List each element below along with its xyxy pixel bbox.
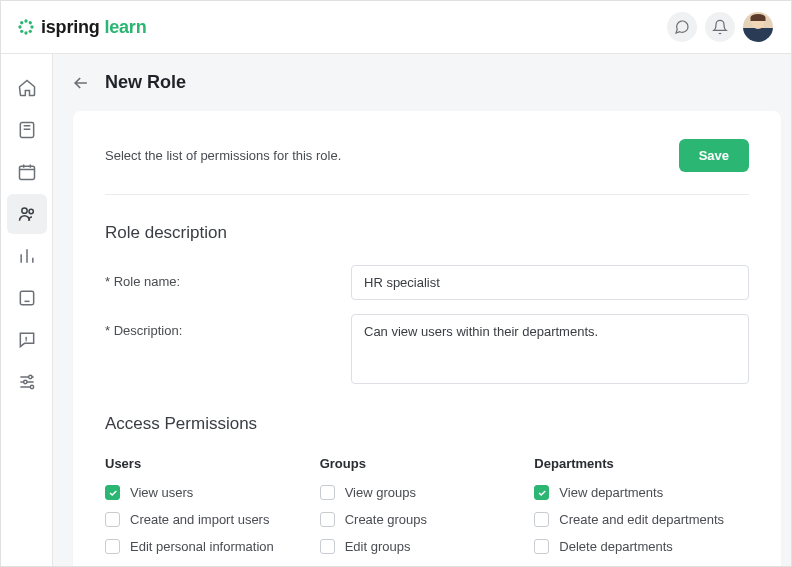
bar-chart-icon bbox=[17, 246, 37, 266]
perm-label: View groups bbox=[345, 485, 416, 500]
description-textarea[interactable] bbox=[351, 314, 749, 384]
sidebar bbox=[1, 54, 53, 566]
brand[interactable]: ispring learn bbox=[17, 17, 146, 38]
checkbox-checked-icon bbox=[105, 485, 120, 500]
perm-item[interactable]: Edit personal information bbox=[105, 539, 320, 554]
svg-point-5 bbox=[29, 21, 32, 24]
svg-point-3 bbox=[30, 25, 33, 28]
intro-text: Select the list of permissions for this … bbox=[105, 148, 341, 163]
perm-col-departments: Departments View departments Create and … bbox=[534, 456, 749, 566]
book-icon bbox=[17, 120, 37, 140]
perm-col-groups: Groups View groups Create groups Edit gr… bbox=[320, 456, 535, 566]
main-content: New Role Select the list of permissions … bbox=[53, 54, 791, 566]
sidebar-item-reports[interactable] bbox=[7, 236, 47, 276]
checkbox-checked-icon bbox=[534, 485, 549, 500]
form-row-role-name: * Role name: bbox=[105, 265, 749, 300]
archive-icon bbox=[17, 288, 37, 308]
brand-name-1: ispring bbox=[41, 17, 100, 37]
chat-button[interactable] bbox=[667, 12, 697, 42]
card-header: Select the list of permissions for this … bbox=[105, 139, 749, 195]
description-label: * Description: bbox=[105, 314, 351, 338]
page-title: New Role bbox=[105, 72, 186, 93]
topbar: ispring learn bbox=[1, 1, 791, 54]
svg-point-2 bbox=[18, 25, 21, 28]
svg-point-7 bbox=[29, 30, 32, 33]
sidebar-item-settings[interactable] bbox=[7, 362, 47, 402]
perm-item[interactable]: Create groups bbox=[320, 512, 535, 527]
sidebar-item-feedback[interactable] bbox=[7, 320, 47, 360]
checkbox-unchecked-icon bbox=[534, 512, 549, 527]
page-header: New Role bbox=[53, 54, 791, 111]
back-button[interactable] bbox=[71, 73, 91, 93]
svg-point-14 bbox=[23, 380, 26, 383]
role-form-card: Select the list of permissions for this … bbox=[73, 111, 781, 566]
svg-point-15 bbox=[30, 385, 33, 388]
topbar-actions bbox=[667, 12, 773, 42]
section-title-role-description: Role description bbox=[105, 223, 749, 243]
perm-label: Delete departments bbox=[559, 539, 672, 554]
svg-rect-8 bbox=[20, 123, 33, 138]
perm-item[interactable]: Create and edit departments bbox=[534, 512, 749, 527]
role-name-label: * Role name: bbox=[105, 265, 351, 289]
user-avatar[interactable] bbox=[743, 12, 773, 42]
perm-item[interactable]: Create and import users bbox=[105, 512, 320, 527]
notifications-button[interactable] bbox=[705, 12, 735, 42]
perm-item[interactable]: View users bbox=[105, 485, 320, 500]
svg-point-6 bbox=[20, 30, 23, 33]
svg-point-1 bbox=[24, 31, 27, 34]
sidebar-item-users[interactable] bbox=[7, 194, 47, 234]
perm-col-title: Groups bbox=[320, 456, 535, 471]
users-icon bbox=[17, 204, 37, 224]
perm-label: Edit groups bbox=[345, 539, 411, 554]
sidebar-item-calendar[interactable] bbox=[7, 152, 47, 192]
perm-col-title: Users bbox=[105, 456, 320, 471]
perm-col-users: Users View users Create and import users… bbox=[105, 456, 320, 566]
checkbox-unchecked-icon bbox=[320, 512, 335, 527]
checkbox-unchecked-icon bbox=[105, 539, 120, 554]
layout: New Role Select the list of permissions … bbox=[1, 54, 791, 566]
brand-text: ispring learn bbox=[41, 17, 146, 38]
section-title-permissions: Access Permissions bbox=[105, 414, 749, 434]
perm-label: Create and import users bbox=[130, 512, 269, 527]
perm-label: Create and edit departments bbox=[559, 512, 724, 527]
perm-col-title: Departments bbox=[534, 456, 749, 471]
perm-item[interactable]: Delete departments bbox=[534, 539, 749, 554]
message-icon bbox=[17, 330, 37, 350]
svg-point-13 bbox=[28, 375, 31, 378]
checkbox-unchecked-icon bbox=[534, 539, 549, 554]
checkbox-unchecked-icon bbox=[105, 512, 120, 527]
calendar-icon bbox=[17, 162, 37, 182]
perm-label: View users bbox=[130, 485, 193, 500]
svg-point-0 bbox=[24, 19, 27, 22]
perm-label: Create groups bbox=[345, 512, 427, 527]
bell-icon bbox=[712, 19, 728, 35]
svg-rect-12 bbox=[20, 291, 33, 304]
perm-label: View departments bbox=[559, 485, 663, 500]
brand-name-2: learn bbox=[100, 17, 147, 37]
sliders-icon bbox=[17, 372, 37, 392]
checkbox-unchecked-icon bbox=[320, 485, 335, 500]
svg-rect-9 bbox=[19, 166, 34, 179]
svg-point-11 bbox=[29, 209, 33, 213]
home-icon bbox=[17, 78, 37, 98]
sidebar-item-archive[interactable] bbox=[7, 278, 47, 318]
perm-item[interactable]: View groups bbox=[320, 485, 535, 500]
role-name-input[interactable] bbox=[351, 265, 749, 300]
svg-point-10 bbox=[21, 208, 26, 213]
sidebar-item-home[interactable] bbox=[7, 68, 47, 108]
sidebar-item-courses[interactable] bbox=[7, 110, 47, 150]
perm-item[interactable]: View departments bbox=[534, 485, 749, 500]
brand-logo-icon bbox=[17, 18, 35, 36]
permissions-grid: Users View users Create and import users… bbox=[105, 456, 749, 566]
perm-label: Edit personal information bbox=[130, 539, 274, 554]
form-row-description: * Description: bbox=[105, 314, 749, 384]
checkbox-unchecked-icon bbox=[320, 539, 335, 554]
chat-icon bbox=[674, 19, 690, 35]
perm-item[interactable]: Edit groups bbox=[320, 539, 535, 554]
svg-point-4 bbox=[20, 21, 23, 24]
save-button[interactable]: Save bbox=[679, 139, 749, 172]
